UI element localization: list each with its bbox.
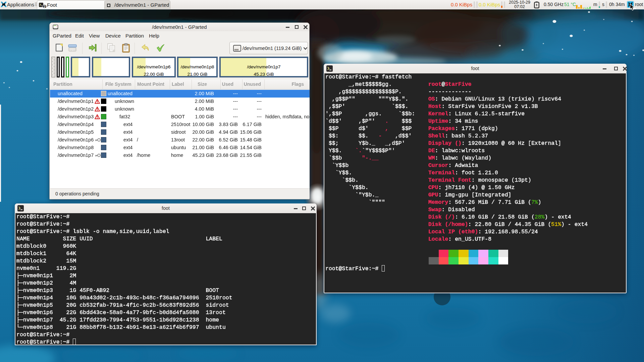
svg-text:2: 2 bbox=[44, 5, 46, 9]
